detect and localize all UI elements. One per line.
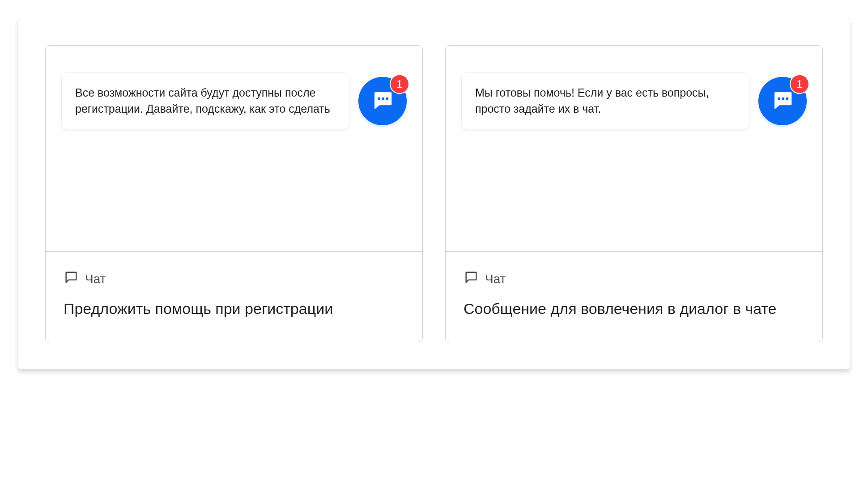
svg-point-3 (778, 97, 780, 100)
svg-point-2 (386, 97, 388, 100)
svg-point-5 (786, 97, 788, 100)
chat-launcher[interactable]: 1 (758, 77, 807, 125)
svg-point-4 (782, 97, 784, 100)
svg-point-1 (382, 97, 384, 100)
chat-bubble-icon (770, 88, 795, 114)
chat-bubble-icon (370, 88, 395, 114)
card-preview: Все возможности сайта будут доступны пос… (46, 46, 422, 251)
card-category-label: Чат (85, 272, 106, 286)
template-card[interactable]: Все возможности сайта будут доступны пос… (45, 45, 423, 342)
badge-count: 1 (796, 78, 802, 90)
chat-launcher[interactable]: 1 (358, 77, 407, 125)
chat-message-text: Мы готовы помочь! Если у вас есть вопрос… (475, 86, 709, 115)
chat-message-bubble: Все возможности сайта будут доступны пос… (61, 72, 349, 129)
comment-icon (64, 270, 79, 288)
notification-badge: 1 (390, 74, 409, 94)
card-footer: Чат Предложить помощь при регистрации (46, 251, 422, 342)
chat-message-text: Все возможности сайта будут доступны пос… (75, 86, 330, 115)
chat-message-bubble: Мы готовы помочь! Если у вас есть вопрос… (461, 72, 749, 129)
card-title: Предложить помощь при регистрации (64, 299, 404, 319)
card-category-label: Чат (485, 272, 506, 286)
template-card[interactable]: Мы готовы помочь! Если у вас есть вопрос… (445, 45, 823, 342)
card-preview: Мы готовы помочь! Если у вас есть вопрос… (446, 46, 822, 251)
comment-icon (464, 270, 479, 288)
card-category: Чат (64, 270, 404, 288)
badge-count: 1 (396, 78, 402, 90)
card-title: Сообщение для вовлечения в диалог в чате (464, 299, 804, 319)
cards-panel: Все возможности сайта будут доступны пос… (18, 18, 850, 369)
card-footer: Чат Сообщение для вовлечения в диалог в … (446, 251, 822, 342)
card-category: Чат (464, 270, 804, 288)
notification-badge: 1 (790, 74, 809, 94)
svg-point-0 (378, 97, 380, 100)
